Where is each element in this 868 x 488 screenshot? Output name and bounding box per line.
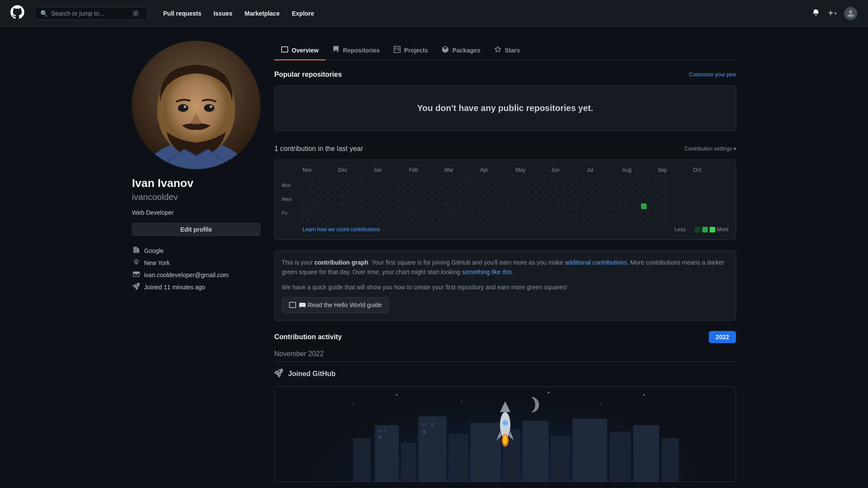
- day-fri: Fri: [282, 210, 299, 216]
- graph-cell: [349, 197, 355, 202]
- graph-cell: [495, 210, 501, 216]
- something-like-this-link[interactable]: something like this: [462, 269, 512, 275]
- graph-cell: [495, 183, 501, 188]
- graph-cell: [579, 183, 584, 188]
- graph-cell: [440, 183, 445, 188]
- graph-cell: [342, 197, 348, 202]
- graph-cell: [516, 176, 522, 181]
- tab-projects[interactable]: Projects: [387, 41, 435, 60]
- graph-cell: [356, 183, 362, 188]
- graph-cell: [474, 210, 480, 216]
- tab-overview[interactable]: Overview: [274, 41, 326, 60]
- graph-cell: [322, 197, 327, 202]
- graph-cell: [620, 217, 626, 223]
- email-link[interactable]: ivan.cooldeveloper@gmail.com: [144, 272, 229, 278]
- navbar: 🔍 / Pull requests Issues Marketplace Exp…: [0, 0, 868, 27]
- create-new-button[interactable]: + ▾: [828, 8, 837, 18]
- graph-cell: [342, 176, 348, 181]
- graph-cell: [572, 203, 577, 209]
- nav-explore[interactable]: Explore: [286, 7, 319, 20]
- additional-contributions-link[interactable]: additional contributions: [565, 259, 627, 266]
- graph-week: [426, 176, 431, 223]
- graph-cell: [322, 203, 327, 209]
- graph-cell: [412, 183, 418, 188]
- tab-packages[interactable]: Packages: [435, 41, 487, 60]
- graph-cell: [641, 190, 647, 195]
- graph-cell: [523, 190, 529, 195]
- month-dec: Dec: [338, 167, 374, 173]
- graph-cell: [405, 210, 411, 216]
- graph-week: [356, 176, 362, 223]
- graph-cell: [467, 183, 473, 188]
- graph-cell: [655, 183, 661, 188]
- graph-cell: [440, 203, 445, 209]
- graph-cell: [509, 183, 515, 188]
- year-button[interactable]: 2022: [709, 331, 736, 343]
- graph-cell: [391, 210, 397, 216]
- graph-cell: [454, 176, 459, 181]
- graph-cell: [613, 190, 619, 195]
- graph-cell: [537, 190, 542, 195]
- tab-repositories[interactable]: Repositories: [326, 41, 387, 60]
- contribution-settings-button[interactable]: Contribution settings ▾: [684, 146, 736, 152]
- graph-cell: [426, 183, 431, 188]
- learn-contributions-link[interactable]: Learn how we count contributions: [302, 226, 380, 233]
- graph-cell: [544, 197, 549, 202]
- svg-point-32: [461, 401, 462, 402]
- graph-cell: [488, 183, 494, 188]
- graph-cell: [585, 176, 591, 181]
- graph-cell: [502, 183, 508, 188]
- graph-cell: [572, 210, 577, 216]
- info-text-2: We have a quick guide that will show you…: [282, 282, 729, 292]
- graph-week: [641, 176, 647, 223]
- user-avatar[interactable]: [844, 7, 858, 20]
- graph-cell: [565, 217, 570, 223]
- graph-week: [405, 176, 411, 223]
- notifications-button[interactable]: [811, 7, 821, 20]
- graph-week: [495, 176, 501, 223]
- edit-profile-button[interactable]: Edit profile: [132, 223, 260, 236]
- graph-cell: [516, 217, 522, 223]
- graph-cell: [335, 190, 341, 195]
- navbar-right: + ▾: [811, 7, 858, 20]
- contribution-title: 1 contribution in the last year: [274, 145, 363, 153]
- nav-marketplace[interactable]: Marketplace: [240, 7, 285, 20]
- graph-cell: [460, 183, 466, 188]
- graph-cell: [377, 203, 383, 209]
- graph-cell: [495, 190, 501, 195]
- nav-issues[interactable]: Issues: [208, 7, 238, 20]
- graph-cell: [599, 217, 605, 223]
- graph-cell: [641, 203, 647, 209]
- graph-cell: [634, 217, 640, 223]
- graph-cell: [585, 217, 591, 223]
- graph-cell: [634, 176, 640, 181]
- graph-cell: [342, 183, 348, 188]
- packages-icon: [442, 46, 449, 54]
- graph-cell: [530, 183, 536, 188]
- graph-cell: [481, 183, 487, 188]
- hello-world-btn-label: 📖 Read the Hello World guide: [299, 300, 382, 310]
- graph-cell: [349, 190, 355, 195]
- joined-icon: [132, 283, 141, 291]
- graph-cell: [585, 197, 591, 202]
- graph-week: [565, 176, 570, 223]
- graph-week: [537, 176, 542, 223]
- graph-cell: [391, 183, 397, 188]
- search-input[interactable]: [51, 10, 129, 17]
- hello-world-button[interactable]: 📖 Read the Hello World guide: [282, 297, 389, 313]
- profile-badge: 🎓: [240, 149, 256, 165]
- graph-cell: [474, 197, 480, 202]
- graph-cell: [481, 210, 487, 216]
- graph-week: [377, 176, 383, 223]
- graph-cell: [537, 203, 542, 209]
- search-box[interactable]: 🔍 /: [35, 7, 148, 20]
- tab-stars[interactable]: Stars: [487, 41, 527, 60]
- graph-cell: [377, 217, 383, 223]
- nav-pull-requests[interactable]: Pull requests: [158, 7, 207, 20]
- github-logo-icon[interactable]: [10, 5, 24, 22]
- graph-week: [363, 176, 369, 223]
- graph-week: [454, 176, 459, 223]
- customize-pins-link[interactable]: Customize your pins: [689, 72, 736, 78]
- graph-cell: [398, 217, 404, 223]
- graph-cell: [488, 203, 494, 209]
